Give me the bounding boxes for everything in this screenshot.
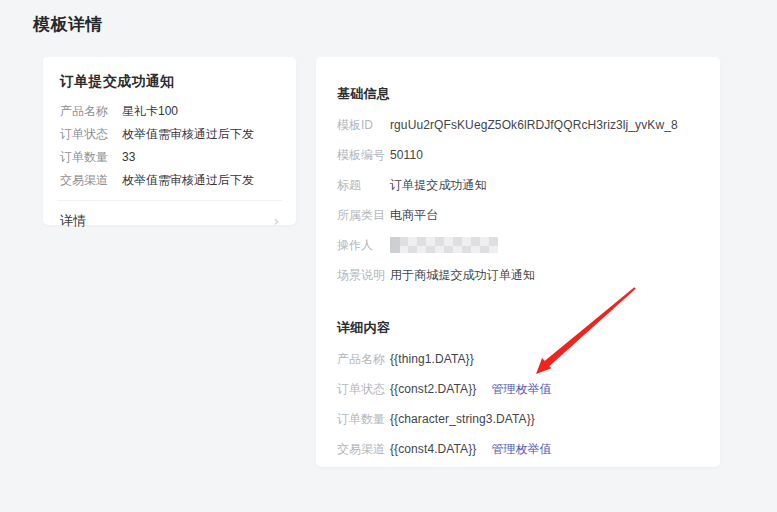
field-value: 50110 [390,148,423,163]
field-label: 模板ID [337,118,390,133]
placeholder-value: {{const2.DATA}} [390,382,476,397]
detail-content-section-title: 详细内容 [337,319,699,337]
basic-field-title: 标题 订单提交成功通知 [337,178,699,193]
detail-link-row[interactable]: 详情 › [60,201,279,241]
basic-field-operator: 操作人 [337,238,699,253]
field-label: 操作人 [337,238,390,253]
preview-card-title: 订单提交成功通知 [60,73,279,91]
manage-enum-values-link-trade-channel[interactable]: 管理枚举值 [491,442,551,457]
content-field-product-name: 产品名称 {{thing1.DATA}} [337,352,699,367]
template-preview-card: 订单提交成功通知 产品名称 星礼卡100 订单状态 枚举值需审核通过后下发 订单… [43,57,296,225]
field-label: 产品名称 [60,104,122,118]
field-value: 枚举值需审核通过后下发 [122,173,254,187]
preview-field-product-name: 产品名称 星礼卡100 [60,104,279,118]
template-id-value: rguUu2rQFsKUegZ5Ok6lRDJfQQRcH3riz3lj_yvK… [390,118,678,133]
field-label: 场景说明 [337,268,390,283]
basic-field-category: 所属类目 电商平台 [337,208,699,223]
chevron-right-icon: › [273,214,279,228]
content-field-order-quantity: 订单数量 {{character_string3.DATA}} [337,412,699,427]
field-label: 标题 [337,178,390,193]
field-label: 交易渠道 [337,442,390,457]
basic-info-section-title: 基础信息 [337,85,699,103]
preview-field-order-quantity: 订单数量 33 [60,150,279,164]
field-label: 订单数量 [60,150,122,164]
field-label: 产品名称 [337,352,390,367]
detail-link-label: 详情 [60,212,86,230]
template-detail-card: 基础信息 模板ID rguUu2rQFsKUegZ5Ok6lRDJfQQRcH3… [316,57,720,467]
field-label: 订单数量 [337,412,390,427]
basic-field-template-number: 模板编号 50110 [337,148,699,163]
field-value: 星礼卡100 [122,104,178,118]
preview-field-order-status: 订单状态 枚举值需审核通过后下发 [60,127,279,141]
manage-enum-values-link-order-status[interactable]: 管理枚举值 [491,382,551,397]
field-value: 电商平台 [390,208,438,223]
placeholder-value: {{const4.DATA}} [390,442,476,457]
page-title: 模板详情 [33,13,103,36]
preview-field-trade-channel: 交易渠道 枚举值需审核通过后下发 [60,173,279,187]
field-value: 订单提交成功通知 [390,178,487,193]
content-field-trade-channel: 交易渠道 {{const4.DATA}} 管理枚举值 [337,442,699,457]
basic-field-scene-description: 场景说明 用于商城提交成功订单通知 [337,268,699,283]
placeholder-value: {{character_string3.DATA}} [390,412,535,427]
content-field-order-status: 订单状态 {{const2.DATA}} 管理枚举值 [337,382,699,397]
field-value: 33 [122,150,135,164]
field-label: 交易渠道 [60,173,122,187]
field-label: 订单状态 [60,127,122,141]
placeholder-value: {{thing1.DATA}} [390,352,474,367]
field-value: 用于商城提交成功订单通知 [390,268,535,283]
field-label: 所属类目 [337,208,390,223]
field-label: 模板编号 [337,148,390,163]
basic-field-template-id: 模板ID rguUu2rQFsKUegZ5Ok6lRDJfQQRcH3riz3l… [337,118,699,133]
redacted-operator-value [390,237,498,253]
field-label: 订单状态 [337,382,390,397]
field-value: 枚举值需审核通过后下发 [122,127,254,141]
